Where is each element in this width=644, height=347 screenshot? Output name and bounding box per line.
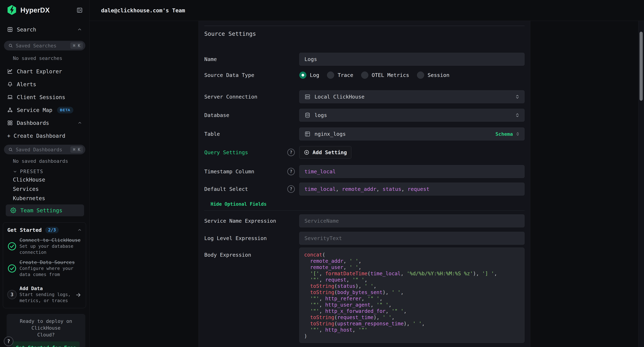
get-started-item-create-data-sources[interactable]: Create Data SourcesConfigure where your … bbox=[7, 259, 82, 278]
code-token: toString bbox=[310, 290, 334, 295]
radio-trace[interactable]: Trace bbox=[327, 72, 353, 79]
code-token: , bbox=[374, 283, 376, 289]
search-icon bbox=[8, 147, 13, 152]
laptop-icon bbox=[7, 94, 13, 100]
code-token: '%d/%b/%Y:%H:%M:%S %z' bbox=[406, 270, 473, 276]
sidebar-collapse-icon[interactable] bbox=[76, 7, 83, 14]
radio-otel-metrics[interactable]: OTEL Metrics bbox=[361, 72, 409, 79]
preset-item-clickhouse[interactable]: ClickHouse bbox=[0, 175, 89, 184]
default-select-input[interactable]: time_local, remote_addr, status, request bbox=[299, 182, 524, 196]
chevron-down-icon bbox=[13, 170, 17, 174]
service-name-input[interactable] bbox=[299, 214, 524, 227]
sidebar-item-dashboards[interactable]: Dashboards bbox=[0, 116, 89, 129]
saved-dashboards-input[interactable]: Saved Dashboards ⌘ K bbox=[4, 145, 85, 154]
sidebar-item-service-map[interactable]: Service MapBETA bbox=[0, 104, 89, 116]
shortcut-badge: ⌘ K bbox=[70, 146, 83, 153]
schema-link[interactable]: Schema bbox=[495, 131, 513, 137]
code-token: remote_addr bbox=[342, 186, 376, 192]
code-token: ( bbox=[322, 252, 325, 258]
database-select[interactable]: logs bbox=[299, 109, 524, 122]
get-started-item-add-data[interactable]: 3Add DataStart sending logs, metrics, or… bbox=[7, 286, 82, 304]
get-started-free-button[interactable]: Get Started for Free bbox=[12, 342, 80, 347]
code-token: http_x_forwarded_for bbox=[325, 308, 386, 314]
saved-searches-input[interactable]: Saved Searches ⌘ K bbox=[4, 41, 85, 50]
help-icon[interactable]: ? bbox=[287, 168, 295, 175]
presets-toggle[interactable]: PRESETS bbox=[0, 168, 89, 175]
radio-label: Session bbox=[428, 72, 449, 78]
code-token: '[' bbox=[310, 270, 319, 276]
hyperdx-logo-icon bbox=[6, 5, 17, 16]
sidebar-item-chart-explorer[interactable]: Chart Explorer bbox=[0, 65, 89, 78]
code-token: , bbox=[336, 186, 342, 192]
code-line: '"', request, '" ', bbox=[304, 277, 521, 283]
radio-dot[interactable] bbox=[361, 72, 368, 79]
gear-icon bbox=[10, 208, 16, 213]
team-settings-label: Team Settings bbox=[20, 207, 62, 214]
preset-item-services[interactable]: Services bbox=[0, 184, 89, 194]
radio-dot[interactable] bbox=[299, 72, 306, 79]
code-token: , bbox=[400, 270, 406, 276]
code-token: , bbox=[343, 264, 349, 270]
table-select[interactable]: nginx_logs Schema bbox=[299, 128, 524, 140]
sidebar-item-alerts[interactable]: Alerts bbox=[0, 78, 89, 91]
scrollbar-track[interactable] bbox=[638, 21, 644, 347]
table-row: Table nginx_logs Schema bbox=[204, 128, 524, 140]
table-value: nginx_logs bbox=[314, 131, 346, 137]
code-token: , bbox=[404, 308, 406, 314]
sidebar-item-client-sessions[interactable]: Client Sessions bbox=[0, 91, 89, 104]
no-saved-searches-text: No saved searches bbox=[0, 55, 89, 62]
code-token: , bbox=[346, 277, 352, 283]
code-token: ), bbox=[404, 321, 413, 326]
code-line: toString(upstream_response_time), ' ', bbox=[304, 320, 521, 327]
timestamp-column-input[interactable]: time_local bbox=[299, 165, 524, 178]
name-input[interactable] bbox=[299, 53, 524, 66]
server-icon bbox=[304, 94, 310, 100]
timestamp-column-row: Timestamp Column ? time_local bbox=[204, 165, 524, 178]
help-button[interactable]: ? bbox=[4, 336, 14, 346]
get-started-item-title: Create Data Sources bbox=[20, 259, 82, 266]
scrollbar-thumb[interactable] bbox=[640, 32, 643, 101]
main-header: dale@clickhouse.com's Team bbox=[90, 0, 644, 21]
section-title: Source Settings bbox=[204, 30, 524, 38]
help-icon[interactable]: ? bbox=[287, 185, 295, 193]
code-token: ), bbox=[382, 290, 392, 295]
server-connection-row: Server Connection Local ClickHouse bbox=[204, 90, 524, 103]
radio-session[interactable]: Session bbox=[417, 72, 449, 79]
code-token: , bbox=[319, 302, 325, 308]
preset-item-kubernetes[interactable]: Kubernetes bbox=[0, 194, 89, 203]
code-token: ( bbox=[334, 321, 338, 326]
radio-label: OTEL Metrics bbox=[372, 72, 409, 78]
get-started-header[interactable]: Get Started 2/3 bbox=[7, 227, 82, 233]
hide-optional-fields-link[interactable]: Hide Optional Fields bbox=[210, 200, 524, 208]
radio-dot[interactable] bbox=[327, 72, 334, 79]
code-token: ' ' bbox=[349, 264, 358, 270]
arrow-right-icon[interactable] bbox=[75, 292, 82, 298]
code-token: , bbox=[361, 296, 368, 302]
code-token: request_time bbox=[337, 314, 373, 320]
sidebar-item-team-settings[interactable]: Team Settings bbox=[6, 204, 84, 216]
code-token: , bbox=[319, 270, 325, 276]
sidebar-nav: Chart ExplorerAlertsClient SessionsServi… bbox=[0, 65, 89, 129]
server-connection-select[interactable]: Local ClickHouse bbox=[299, 90, 524, 103]
sidebar-item-search[interactable]: Search bbox=[0, 25, 89, 34]
create-dashboard-button[interactable]: + Create Dashboard bbox=[0, 129, 89, 142]
code-token: , bbox=[388, 302, 392, 308]
log-level-input[interactable] bbox=[299, 232, 524, 245]
chevron-up-icon[interactable] bbox=[77, 228, 82, 232]
code-token: ), bbox=[356, 283, 364, 289]
code-line: '"', http_referer, '" ', bbox=[304, 296, 521, 302]
get-started-item-connect-to-clickhouse[interactable]: Connect to ClickHouseSet up your databas… bbox=[7, 237, 82, 256]
chevron-up-icon[interactable] bbox=[78, 120, 82, 125]
add-setting-button[interactable]: Add Setting bbox=[299, 146, 351, 159]
chevron-up-icon[interactable] bbox=[77, 27, 82, 32]
radio-dot[interactable] bbox=[417, 72, 424, 79]
radio-log[interactable]: Log bbox=[299, 72, 319, 79]
code-token: , bbox=[392, 314, 395, 320]
help-icon[interactable]: ? bbox=[287, 149, 295, 156]
source-settings-panel: Source Settings Name Source Data Type Lo… bbox=[198, 21, 530, 347]
body-expression-editor[interactable]: concat( remote_addr, ' ', remote_user, '… bbox=[299, 248, 524, 343]
code-token: ' ' bbox=[392, 290, 401, 295]
server-connection-label: Server Connection bbox=[204, 94, 258, 100]
presets-label: PRESETS bbox=[20, 169, 44, 174]
code-token: time_local bbox=[304, 186, 336, 192]
